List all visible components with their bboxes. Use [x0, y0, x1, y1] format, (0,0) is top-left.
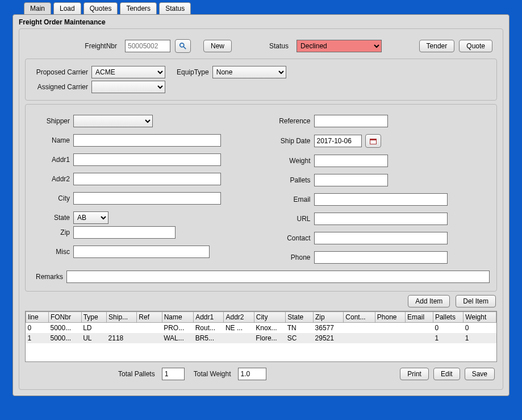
- proposed-carrier-label: Proposed Carrier: [31, 68, 91, 76]
- table-cell: [344, 333, 375, 343]
- table-cell: [107, 323, 137, 334]
- freight-input[interactable]: [125, 40, 170, 52]
- grid-header[interactable]: State: [286, 312, 314, 323]
- state-label: State: [31, 214, 73, 222]
- grid-header[interactable]: Addr1: [194, 312, 224, 323]
- tab-quotes[interactable]: Quotes: [83, 2, 118, 14]
- equiptype-select[interactable]: None: [212, 66, 286, 78]
- grid-header[interactable]: Name: [162, 312, 193, 323]
- table-cell: 1: [433, 333, 463, 343]
- pallets-label: Pallets: [265, 176, 314, 184]
- table-cell: WAL...: [162, 333, 193, 343]
- date-picker-button[interactable]: [365, 134, 381, 148]
- reference-label: Reference: [265, 117, 314, 125]
- tab-load[interactable]: Load: [53, 2, 81, 14]
- total-pallets-input[interactable]: [162, 368, 185, 380]
- proposed-carrier-select[interactable]: ACME: [91, 66, 165, 78]
- save-button[interactable]: Save: [465, 368, 495, 380]
- grid-header[interactable]: Pallets: [433, 312, 463, 323]
- grid-header[interactable]: Ref: [137, 312, 162, 323]
- svg-rect-3: [370, 139, 376, 140]
- main-panel: Freight Order Maintenance FreightNbr New…: [12, 14, 510, 396]
- table-row[interactable]: 05000...LDPRO...Rout...NE ...Knox...TN36…: [26, 323, 496, 334]
- total-weight-input[interactable]: [238, 368, 266, 380]
- total-pallets-label: Total Pallets: [118, 370, 158, 378]
- contact-input[interactable]: [314, 232, 448, 244]
- grid-header[interactable]: Zip: [314, 312, 344, 323]
- table-cell: 1: [26, 333, 49, 343]
- grid-header[interactable]: Email: [406, 312, 433, 323]
- shipdate-input[interactable]: [314, 135, 362, 147]
- grid-header[interactable]: Addr2: [224, 312, 254, 323]
- table-cell: 2118: [107, 333, 137, 343]
- total-weight-label: Total Weight: [194, 370, 235, 378]
- quote-button[interactable]: Quote: [459, 40, 492, 52]
- tab-main[interactable]: Main: [24, 2, 51, 14]
- table-cell: BR5...: [194, 333, 224, 343]
- addr2-label: Addr2: [31, 175, 73, 183]
- url-input[interactable]: [314, 213, 448, 225]
- addr1-label: Addr1: [31, 156, 73, 164]
- grid-header[interactable]: Type: [81, 312, 106, 323]
- del-item-button[interactable]: Del Item: [456, 295, 496, 307]
- table-cell: [406, 323, 433, 334]
- grid-header[interactable]: Phone: [375, 312, 405, 323]
- pallets-input[interactable]: [314, 174, 388, 186]
- weight-input[interactable]: [314, 155, 388, 167]
- city-input[interactable]: [73, 192, 221, 205]
- table-cell: [137, 323, 162, 334]
- grid-header[interactable]: line: [26, 312, 49, 323]
- table-cell: [375, 323, 405, 334]
- items-grid[interactable]: lineFONbrTypeShip...RefNameAddr1Addr2Cit…: [25, 311, 497, 362]
- table-cell: 5000...: [48, 323, 81, 334]
- tender-button[interactable]: Tender: [419, 40, 455, 52]
- table-cell: 1: [463, 333, 496, 343]
- addr2-input[interactable]: [73, 173, 221, 185]
- phone-input[interactable]: [314, 251, 448, 264]
- name-label: Name: [31, 136, 73, 144]
- grid-header[interactable]: Weight: [463, 312, 496, 323]
- email-label: Email: [265, 196, 314, 203]
- table-cell: NE ...: [224, 323, 254, 334]
- reference-input[interactable]: [314, 115, 388, 127]
- shipper-select[interactable]: [73, 115, 153, 127]
- addr1-input[interactable]: [73, 153, 221, 166]
- grid-header[interactable]: Ship...: [107, 312, 137, 323]
- table-cell: UL: [81, 333, 106, 343]
- panel-title: Freight Order Maintenance: [19, 17, 503, 28]
- state-select[interactable]: AB: [73, 211, 108, 224]
- table-cell: SC: [286, 333, 314, 343]
- grid-header[interactable]: City: [254, 312, 285, 323]
- calendar-icon: [370, 138, 377, 144]
- table-cell: 0: [433, 323, 463, 334]
- name-input[interactable]: [73, 134, 221, 147]
- table-cell: [406, 333, 433, 343]
- tab-tenders[interactable]: Tenders: [120, 2, 157, 14]
- print-button[interactable]: Print: [400, 368, 429, 380]
- grid-header[interactable]: Cont...: [344, 312, 375, 323]
- remarks-input[interactable]: [66, 271, 490, 283]
- table-cell: Knox...: [254, 323, 285, 334]
- new-button[interactable]: New: [203, 40, 232, 52]
- grid-header[interactable]: FONbr: [48, 312, 81, 323]
- add-item-button[interactable]: Add Item: [408, 295, 450, 307]
- tab-status[interactable]: Status: [159, 2, 191, 14]
- remarks-label: Remarks: [31, 273, 66, 281]
- table-cell: Rout...: [194, 323, 224, 334]
- search-button[interactable]: [175, 39, 191, 53]
- table-row[interactable]: 15000...UL2118WAL...BR5...Flore...SC2952…: [26, 333, 496, 343]
- table-cell: Flore...: [254, 333, 285, 343]
- equiptype-label: EquipType: [177, 68, 212, 76]
- misc-input[interactable]: [73, 246, 210, 258]
- edit-button[interactable]: Edit: [433, 368, 460, 380]
- city-label: City: [31, 194, 73, 202]
- zip-input[interactable]: [73, 226, 176, 239]
- status-select[interactable]: Declined: [297, 40, 382, 52]
- search-icon: [179, 42, 187, 50]
- status-label: Status: [269, 42, 292, 50]
- email-input[interactable]: [314, 193, 448, 206]
- table-cell: PRO...: [162, 323, 193, 334]
- table-cell: 29521: [314, 333, 344, 343]
- shipdate-label: Ship Date: [265, 137, 314, 145]
- assigned-carrier-select[interactable]: [91, 81, 165, 93]
